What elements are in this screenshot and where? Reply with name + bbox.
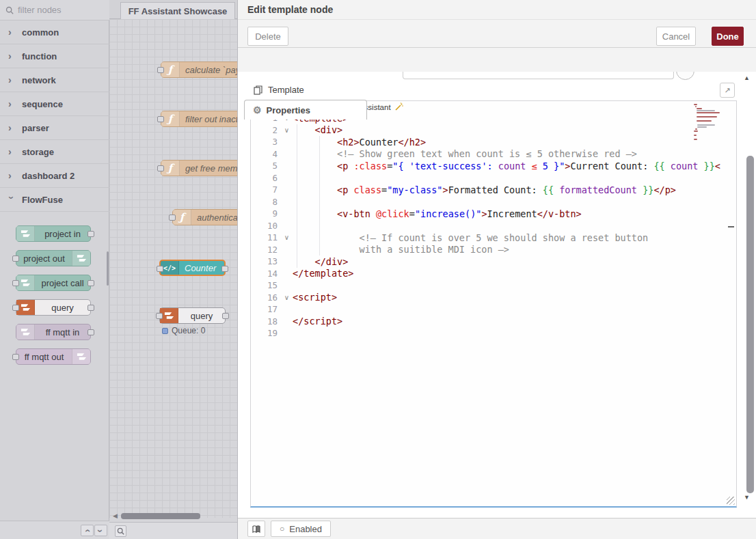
palette-node-project-in[interactable]: project in bbox=[16, 225, 91, 242]
palette-category-network[interactable]: ›network bbox=[0, 68, 109, 92]
done-button[interactable]: Done bbox=[712, 27, 744, 46]
flow-node-Counter[interactable]: </> Counter bbox=[159, 260, 226, 276]
scrolled-input-edge[interactable] bbox=[403, 72, 674, 79]
fold-arrow-icon[interactable]: ∨ bbox=[281, 126, 293, 134]
palette-node-project-call[interactable]: project call bbox=[16, 275, 91, 291]
palette-scrollbar[interactable] bbox=[107, 251, 109, 286]
palette-node-label: ff mqtt in bbox=[35, 324, 90, 340]
input-port[interactable] bbox=[157, 165, 164, 171]
code-line-17[interactable]: 17 bbox=[251, 303, 736, 316]
input-port[interactable] bbox=[12, 354, 19, 360]
palette-category-sequence[interactable]: ›sequence bbox=[0, 92, 109, 116]
node-icon-box: </> bbox=[161, 261, 179, 275]
flow-node-authenticateU[interactable]: ƒ authenticateU bbox=[172, 209, 237, 225]
input-port[interactable] bbox=[156, 313, 163, 319]
code-line-11[interactable]: 11∨ <!— If count is over 5 we should sho… bbox=[251, 232, 736, 244]
palette-category-dashboard-2[interactable]: ›dashboard 2 bbox=[0, 164, 109, 188]
input-port[interactable] bbox=[12, 305, 19, 311]
docs-button[interactable] bbox=[247, 521, 265, 537]
flowfuse-icon bbox=[164, 312, 174, 320]
flow-tab[interactable]: FF Assistant Showcase bbox=[120, 2, 235, 19]
palette-category-storage[interactable]: ›storage bbox=[0, 140, 109, 164]
code-editor[interactable]: Ask the FlowFuse Assistant 1∨<template>2… bbox=[250, 100, 737, 508]
output-port[interactable] bbox=[221, 266, 228, 272]
code-line-18[interactable]: 18</script> bbox=[251, 316, 736, 328]
code-line-5[interactable]: 5 <p :class="{ 'text-success': count ≤ 5… bbox=[251, 160, 736, 172]
code-line-12[interactable]: 12 with a suitible MDI icon —> bbox=[251, 244, 736, 256]
flow-workspace[interactable]: FF Assistant Showcase ƒ calculate `payƒ … bbox=[109, 0, 237, 539]
chevron-right-icon: › bbox=[8, 27, 15, 38]
output-port[interactable] bbox=[222, 313, 229, 319]
input-port[interactable] bbox=[157, 116, 164, 122]
circle-icon: ○ bbox=[280, 524, 284, 534]
flow-node-get-free-memo[interactable]: ƒ get free memo bbox=[161, 160, 237, 176]
code-lines[interactable]: 1∨<template>2∨ <div>3 <h2>Counter</h2>4 … bbox=[251, 112, 736, 340]
palette-category-common[interactable]: ›common bbox=[0, 20, 109, 44]
enabled-toggle-button[interactable]: ○ Enabled bbox=[271, 521, 331, 537]
magnifier-icon bbox=[117, 527, 124, 535]
code-line-19[interactable]: 19 bbox=[251, 327, 736, 340]
input-port[interactable] bbox=[157, 266, 163, 272]
code-line-14[interactable]: 14</template> bbox=[251, 268, 736, 280]
delete-button[interactable]: Delete bbox=[247, 27, 288, 46]
editor-minimap[interactable] bbox=[694, 104, 721, 143]
minimap-line bbox=[695, 128, 697, 130]
code-line-10[interactable]: 10 bbox=[251, 220, 736, 232]
code-line-7[interactable]: 7 <p class="my-class">Formatted Count: {… bbox=[251, 184, 736, 196]
input-port[interactable] bbox=[157, 67, 164, 73]
code-text: </template> bbox=[293, 268, 353, 279]
expand-all-button[interactable]: › bbox=[94, 525, 107, 536]
resize-grip[interactable] bbox=[727, 497, 735, 505]
palette-search-placeholder: filter nodes bbox=[18, 5, 62, 15]
fold-arrow-icon[interactable]: ∨ bbox=[281, 294, 293, 301]
node-icon-box: ƒ bbox=[173, 210, 191, 225]
input-port[interactable] bbox=[12, 280, 19, 286]
flow-node-calculate-pay[interactable]: ƒ calculate `pay bbox=[161, 61, 237, 78]
palette-category-FlowFuse[interactable]: ›FlowFuse bbox=[0, 188, 109, 212]
scroll-left-icon[interactable]: ◀ bbox=[113, 512, 118, 519]
fold-arrow-icon[interactable]: ∨ bbox=[281, 234, 293, 241]
palette-node-project-out[interactable]: project out bbox=[16, 250, 91, 266]
output-port[interactable] bbox=[87, 231, 94, 237]
vertical-scrollbar[interactable] bbox=[746, 156, 754, 493]
code-line-6[interactable]: 6 bbox=[251, 172, 736, 184]
node-icon-box bbox=[16, 226, 35, 241]
code-line-16[interactable]: 16∨<script> bbox=[251, 292, 736, 304]
output-port[interactable] bbox=[87, 305, 94, 311]
input-port[interactable] bbox=[169, 215, 176, 221]
tab-properties[interactable]: ⚙ Properties bbox=[244, 100, 367, 120]
palette-node-ff-mqtt-out[interactable]: ff mqtt out bbox=[16, 348, 91, 365]
code-line-13[interactable]: 13 </div> bbox=[251, 255, 736, 268]
input-port[interactable] bbox=[12, 255, 19, 262]
palette-search[interactable]: filter nodes bbox=[0, 0, 109, 20]
code-line-8[interactable]: 8 bbox=[251, 196, 736, 208]
output-port[interactable] bbox=[87, 329, 94, 335]
cancel-button[interactable]: Cancel bbox=[656, 27, 696, 46]
flow-node-query[interactable]: query bbox=[159, 307, 226, 324]
palette-category-function[interactable]: ›function bbox=[0, 44, 109, 68]
magic-wand-icon bbox=[394, 102, 403, 111]
output-port[interactable] bbox=[87, 280, 94, 286]
chevron-right-icon: › bbox=[8, 74, 15, 85]
minimap-line bbox=[697, 124, 715, 126]
code-line-3[interactable]: 3 <h2>Counter</h2> bbox=[251, 136, 736, 148]
code-line-2[interactable]: 2∨ <div> bbox=[251, 124, 736, 137]
flow-node-filter-out-inacti[interactable]: ƒ filter out inacti bbox=[161, 111, 237, 127]
line-number: 8 bbox=[251, 197, 281, 207]
horizontal-scrollbar[interactable] bbox=[121, 513, 200, 519]
code-line-9[interactable]: 9 <v-btn @click="increase()">Increment</… bbox=[251, 208, 736, 220]
scrolled-round-button[interactable] bbox=[676, 72, 694, 80]
palette-node-query[interactable]: query bbox=[16, 299, 91, 316]
scroll-down-icon[interactable]: ▼ bbox=[744, 494, 750, 501]
dialog-footer: ○ Enabled bbox=[238, 518, 756, 539]
collapse-all-button[interactable]: › bbox=[81, 525, 94, 536]
flow-node-label: authenticateU bbox=[191, 210, 237, 225]
palette-node-ff-mqtt-in[interactable]: ff mqtt in bbox=[16, 324, 91, 340]
code-line-15[interactable]: 15 bbox=[251, 279, 736, 292]
code-line-4[interactable]: 4 <!— Show green text when count is ≤ 5 … bbox=[251, 148, 736, 161]
palette-category-parser[interactable]: ›parser bbox=[0, 116, 109, 140]
node-icon-box bbox=[72, 251, 90, 266]
zoom-search-button[interactable] bbox=[115, 525, 126, 537]
scroll-up-icon[interactable]: ▲ bbox=[744, 74, 750, 81]
expand-editor-button[interactable]: ↗ bbox=[720, 83, 735, 98]
